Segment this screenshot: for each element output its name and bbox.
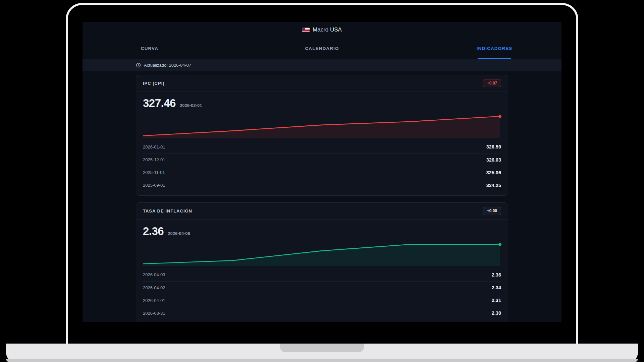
card-title: TASA DE INFLACIÓN xyxy=(143,208,192,214)
history-table: 2026-01-01326.592025-12-01326.032025-11-… xyxy=(143,140,501,191)
row-date: 2026-04-01 xyxy=(143,298,165,303)
row-value: 2.34 xyxy=(492,285,501,290)
indicator-card: IPC (CPI) +0.87 327.46 2026-02-01 2026-0… xyxy=(136,75,508,196)
change-badge: +0.87 xyxy=(483,79,501,87)
chart-area-fill xyxy=(143,244,500,266)
latest-value: 2.36 xyxy=(143,225,164,238)
chart-endpoint-dot xyxy=(498,115,501,118)
chart-endpoint-dot xyxy=(498,243,501,246)
table-row: 2026-01-01326.59 xyxy=(143,140,501,153)
latest-value-row: 327.46 2026-02-01 xyxy=(143,97,501,110)
card-body: 327.46 2026-02-01 2026-01-01326.592025-1… xyxy=(136,92,508,195)
indicators-list: IPC (CPI) +0.87 327.46 2026-02-01 2026-0… xyxy=(83,71,561,322)
card-header: TASA DE INFLACIÓN +0.00 xyxy=(136,203,508,219)
indicator-card: TASA DE INFLACIÓN +0.00 2.36 2026-04-06 … xyxy=(136,202,508,322)
table-row: 2026-03-312.30 xyxy=(143,307,501,319)
app-title: Macro USA xyxy=(313,26,342,33)
row-value: 2.36 xyxy=(492,272,501,278)
trackpad-notch xyxy=(280,344,364,352)
table-row: 2026-04-032.36 xyxy=(143,268,501,281)
line-chart xyxy=(143,242,501,266)
status-bar: Actualizado: 2026-04-07 xyxy=(83,59,561,71)
table-row: 2026-04-012.31 xyxy=(143,294,501,307)
clock-icon xyxy=(136,63,141,68)
sparkline-svg xyxy=(143,114,502,138)
titlebar: Macro USA xyxy=(83,22,561,38)
row-date: 2025-11-01 xyxy=(143,170,165,175)
row-date: 2025-12-01 xyxy=(143,157,165,162)
us-flag-icon xyxy=(302,27,310,32)
row-value: 2.30 xyxy=(492,310,501,316)
latest-value-row: 2.36 2026-04-06 xyxy=(143,225,501,238)
table-row: 2025-11-01325.06 xyxy=(143,166,501,179)
tab-bar: CURVACALENDARIOINDICADORES xyxy=(83,38,561,59)
sparkline-svg xyxy=(143,242,502,266)
latest-value-date: 2026-02-01 xyxy=(180,103,202,108)
laptop-screen-frame: Macro USA CURVACALENDARIOINDICADORES Act… xyxy=(66,3,578,344)
tab-label: CALENDARIO xyxy=(305,46,339,51)
row-value: 325.06 xyxy=(486,170,501,175)
table-row: 2025-12-01326.03 xyxy=(143,153,501,166)
latest-value-date: 2026-04-06 xyxy=(168,231,190,236)
laptop-base xyxy=(6,344,638,362)
tab-calendario[interactable]: CALENDARIO xyxy=(255,38,389,59)
updated-text: Actualizado: 2026-04-07 xyxy=(144,63,191,68)
row-value: 326.59 xyxy=(486,144,501,149)
card-body: 2.36 2026-04-06 2026-04-032.362026-04-02… xyxy=(136,220,508,322)
row-date: 2025-09-01 xyxy=(143,183,165,188)
tab-label: CURVA xyxy=(141,46,158,51)
card-title: IPC (CPI) xyxy=(143,81,165,86)
row-value: 324.25 xyxy=(486,183,501,188)
row-date: 2026-04-02 xyxy=(143,285,165,290)
tab-indicadores[interactable]: INDICADORES xyxy=(427,38,561,59)
row-value: 2.31 xyxy=(492,298,501,303)
row-value: 326.03 xyxy=(486,157,501,163)
row-date: 2026-01-01 xyxy=(143,144,165,149)
tab-label: INDICADORES xyxy=(477,46,513,51)
table-row: 2026-04-022.34 xyxy=(143,281,501,294)
line-chart xyxy=(143,114,501,138)
app-window: Macro USA CURVACALENDARIOINDICADORES Act… xyxy=(83,22,561,322)
active-tab-indicator xyxy=(478,58,511,59)
tab-curva[interactable]: CURVA xyxy=(83,38,217,59)
card-header: IPC (CPI) +0.87 xyxy=(136,75,508,92)
change-badge: +0.00 xyxy=(483,207,501,215)
row-date: 2026-04-03 xyxy=(143,272,165,277)
laptop-base-edge xyxy=(6,359,638,362)
table-row: 2025-09-01324.25 xyxy=(143,179,501,191)
history-table: 2026-04-032.362026-04-022.342026-04-012.… xyxy=(143,268,501,319)
latest-value: 327.46 xyxy=(143,97,176,110)
row-date: 2026-03-31 xyxy=(143,311,165,316)
